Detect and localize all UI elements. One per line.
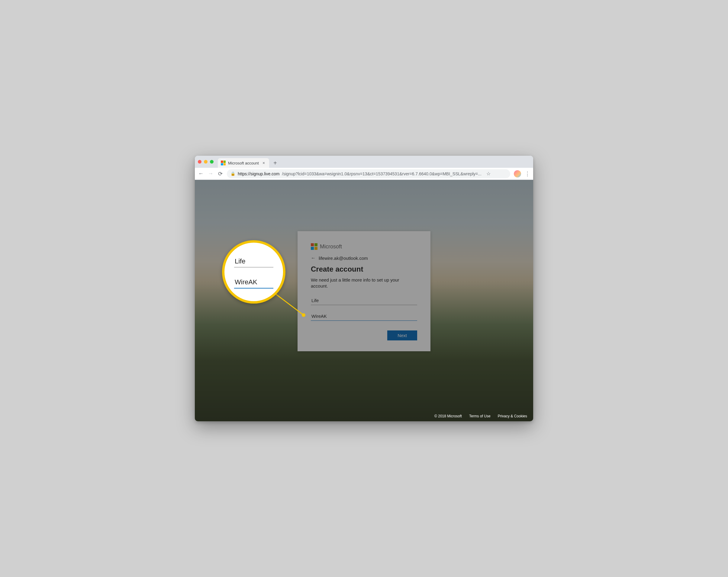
new-tab-button[interactable]: + [274,160,277,167]
last-name-field[interactable] [311,312,417,321]
url-path: /signup?lcid=1033&wa=wsignin1.0&rpsnv=13… [282,171,482,176]
back-button[interactable]: ← [198,170,204,177]
address-bar[interactable]: 🔒 https://signup.live.com/signup?lcid=10… [227,169,510,178]
browser-window: Microsoft account × + ← → ⟳ 🔒 https://si… [195,156,533,421]
bookmark-star-icon[interactable]: ☆ [486,171,491,176]
page-content: Microsoft ← lifewire.ak@outlook.com Crea… [195,180,533,421]
microsoft-wordmark: Microsoft [320,244,342,250]
profile-avatar[interactable] [514,170,521,177]
window-controls [198,160,213,164]
footer-copyright: © 2018 Microsoft [434,414,462,418]
first-name-field[interactable] [311,296,417,305]
magnified-first-name [234,256,274,267]
microsoft-logo-icon [311,243,317,250]
next-button[interactable]: Next [387,330,417,340]
form-actions: Next [311,330,417,340]
back-arrow-icon[interactable]: ← [311,255,316,261]
minimize-window-button[interactable] [204,160,208,164]
page-subtext: We need just a little more info to set u… [311,277,417,290]
privacy-cookies-link[interactable]: Privacy & Cookies [498,414,527,418]
maximize-window-button[interactable] [210,160,213,164]
microsoft-favicon-icon [221,161,226,165]
lock-icon: 🔒 [231,171,235,176]
signup-card: Microsoft ← lifewire.ak@outlook.com Crea… [297,231,431,351]
page-heading: Create account [311,265,417,273]
magnified-last-name [234,276,274,288]
browser-toolbar: ← → ⟳ 🔒 https://signup.live.com/signup?l… [195,168,533,180]
forward-button: → [208,170,213,177]
magnifier-callout [222,240,285,304]
url-host: https://signup.live.com [238,171,280,176]
close-window-button[interactable] [198,160,202,164]
reload-button[interactable]: ⟳ [217,170,223,177]
close-tab-button[interactable]: × [261,161,266,165]
page-footer: © 2018 Microsoft Terms of Use Privacy & … [195,411,533,421]
terms-of-use-link[interactable]: Terms of Use [469,414,491,418]
identity-row: ← lifewire.ak@outlook.com [311,255,417,261]
browser-tab[interactable]: Microsoft account × [218,158,269,168]
microsoft-brand: Microsoft [311,243,417,250]
browser-menu-button[interactable]: ⋮ [525,170,530,177]
account-email: lifewire.ak@outlook.com [319,256,368,261]
titlebar: Microsoft account × + [195,156,533,168]
tab-title: Microsoft account [228,161,259,165]
